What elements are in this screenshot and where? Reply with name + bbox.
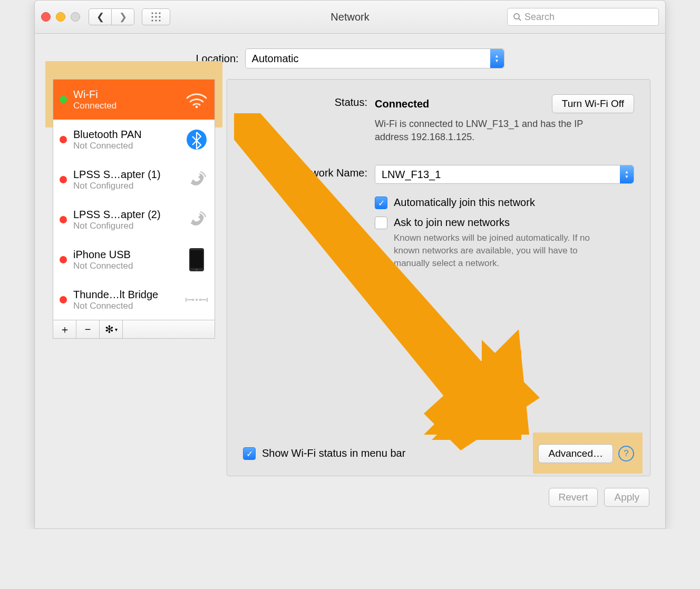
network-name-value: LNW_F13_1: [382, 169, 441, 181]
title-bar: ❮ ❯ Network Search: [35, 1, 665, 34]
sidebar-item-wi-fi[interactable]: Wi-FiConnected: [53, 80, 215, 120]
svg-point-18: [199, 299, 201, 301]
sidebar-item-lpss-s-apter-1-[interactable]: LPSS S…apter (1)Not Configured: [53, 160, 215, 200]
interface-status: Not Connected: [73, 301, 185, 311]
interface-name: Bluetooth PAN: [73, 128, 185, 141]
interface-status: Not Connected: [73, 261, 185, 271]
svg-rect-14: [190, 250, 203, 268]
chevron-up-down-icon: [620, 165, 634, 183]
sidebar-item-iphone-usb[interactable]: iPhone USBNot Connected: [53, 240, 215, 280]
grid-icon: [151, 12, 161, 22]
close-window-icon[interactable]: [41, 12, 51, 22]
svg-point-3: [151, 16, 153, 17]
auto-join-label: Automatically join this network: [394, 197, 535, 209]
sidebar-item-lpss-s-apter-2-[interactable]: LPSS S…apter (2)Not Configured: [53, 200, 215, 240]
apply-button[interactable]: Apply: [604, 488, 649, 507]
interface-name: iPhone USB: [73, 248, 185, 261]
wifi-icon: [185, 88, 208, 111]
chevron-down-icon: ▾: [115, 327, 118, 332]
interface-status: Connected: [73, 101, 185, 111]
status-dot-icon: [60, 96, 67, 103]
nav-group: ❮ ❯: [89, 8, 134, 25]
minimize-window-icon[interactable]: [56, 12, 65, 22]
svg-point-7: [155, 19, 157, 21]
thunderbolt-icon: [185, 288, 208, 311]
svg-point-9: [514, 14, 519, 19]
auto-join-checkbox[interactable]: ✓: [375, 197, 387, 209]
show-menubar-checkbox[interactable]: ✓: [243, 447, 256, 460]
status-value: Connected: [375, 98, 429, 110]
phone-icon: [185, 168, 208, 191]
svg-point-5: [159, 16, 160, 17]
interface-name: Thunde…lt Bridge: [73, 288, 185, 301]
search-icon: [513, 13, 521, 21]
gear-icon: ✻: [105, 323, 114, 336]
interface-name: LPSS S…apter (2): [73, 208, 185, 221]
show-all-button[interactable]: [142, 8, 170, 25]
network-name-label: Network Name:: [243, 165, 375, 179]
network-name-select[interactable]: LNW_F13_1: [375, 165, 634, 184]
window-controls: [41, 12, 80, 22]
help-button[interactable]: ?: [618, 446, 634, 462]
revert-button[interactable]: Revert: [549, 488, 598, 507]
network-preferences-window: ❮ ❯ Network Search Location: Automatic W…: [34, 0, 666, 529]
bluetooth-icon: [185, 128, 208, 151]
interface-name: Wi-Fi: [73, 88, 185, 101]
svg-line-10: [519, 18, 521, 21]
action-bar: Revert Apply: [35, 476, 665, 518]
zoom-window-icon[interactable]: [71, 12, 80, 22]
sidebar-item-bluetooth-pan[interactable]: Bluetooth PANNot Connected: [53, 120, 215, 160]
interface-status: Not Configured: [73, 221, 185, 231]
svg-point-2: [159, 12, 160, 14]
interface-list: Wi-FiConnectedBluetooth PANNot Connected…: [53, 79, 215, 320]
interface-list-footer: ＋ − ✻▾: [53, 320, 215, 339]
phone-icon: [185, 208, 208, 231]
svg-point-1: [155, 12, 157, 14]
forward-button[interactable]: ❯: [112, 8, 134, 25]
svg-point-11: [196, 106, 198, 109]
svg-point-16: [192, 299, 194, 301]
svg-point-6: [151, 19, 153, 21]
search-placeholder: Search: [524, 12, 555, 23]
search-input[interactable]: Search: [507, 8, 659, 26]
svg-point-17: [196, 299, 198, 301]
iphone-icon: [185, 248, 208, 271]
ask-to-join-checkbox[interactable]: [375, 217, 387, 229]
status-dot-icon: [60, 176, 67, 183]
location-select[interactable]: Automatic: [245, 48, 504, 68]
back-button[interactable]: ❮: [89, 8, 112, 25]
chevron-up-down-icon: [490, 49, 504, 68]
location-value: Automatic: [252, 53, 299, 65]
sidebar-item-thunde-lt-bridge[interactable]: Thunde…lt BridgeNot Connected: [53, 280, 215, 320]
status-dot-icon: [60, 216, 67, 223]
svg-point-15: [196, 269, 197, 270]
show-menubar-label: Show Wi-Fi status in menu bar: [262, 447, 405, 459]
turn-wifi-off-button[interactable]: Turn Wi-Fi Off: [552, 94, 634, 113]
interface-status: Not Configured: [73, 181, 185, 191]
detail-panel: Status: Connected Turn Wi-Fi Off Wi-Fi i…: [227, 79, 650, 476]
status-dot-icon: [60, 136, 67, 143]
svg-point-0: [151, 12, 153, 14]
remove-interface-button[interactable]: −: [76, 320, 100, 338]
interface-actions-button[interactable]: ✻▾: [100, 320, 123, 338]
ask-to-join-hint: Known networks will be joined automatica…: [394, 232, 610, 269]
svg-point-8: [159, 19, 160, 21]
ask-to-join-label: Ask to join new networks: [394, 217, 610, 229]
add-interface-button[interactable]: ＋: [53, 320, 76, 338]
status-dot-icon: [60, 296, 67, 303]
interface-name: LPSS S…apter (1): [73, 168, 185, 181]
status-label: Status:: [243, 94, 375, 109]
interface-status: Not Connected: [73, 141, 185, 151]
status-dot-icon: [60, 256, 67, 263]
advanced-button[interactable]: Advanced…: [538, 444, 613, 463]
status-detail: Wi-Fi is connected to LNW_F13_1 and has …: [375, 117, 607, 144]
svg-point-4: [155, 16, 157, 17]
